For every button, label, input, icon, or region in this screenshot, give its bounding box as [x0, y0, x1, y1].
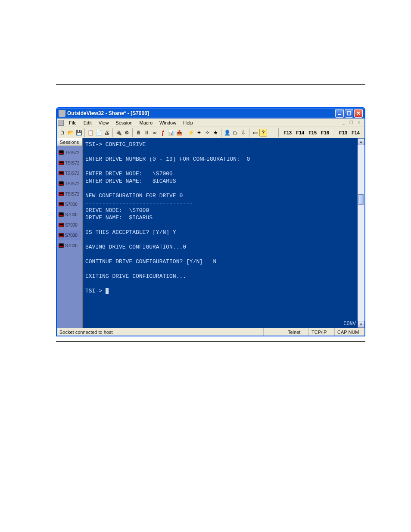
- fkey-button[interactable]: F13: [338, 130, 349, 135]
- session-tab-label: S7000: [65, 212, 78, 217]
- hotkey2-icon[interactable]: ✦: [195, 129, 203, 137]
- fkey-group-left: F13 F14 F15 F16: [280, 130, 332, 135]
- svg-rect-0: [338, 114, 341, 115]
- hotkey1-icon[interactable]: ⚡: [187, 129, 195, 137]
- terminal-cursor: [106, 288, 109, 294]
- paste-icon[interactable]: 📄: [95, 129, 103, 137]
- toolbar: 🗋 📂 💾 📋 📄 🖨 🔌 ⚙ 🖥 ⏸ ∞ ƒ 📊 📤 ⚡ ✦ ✧ ★ 👤 🗀 …: [57, 127, 364, 138]
- menu-window[interactable]: Window: [156, 119, 180, 126]
- sessions-sidebar: Sessions TSIS72TSIS72TSIS72TSIS72TSIS72S…: [57, 138, 83, 328]
- terminal-icon: [59, 150, 64, 155]
- application-window: OutsideView32 - Shane* - [S7000] File Ed…: [56, 107, 365, 336]
- toolbar-separator: [132, 128, 133, 137]
- status-bar: Socket connected to host Telnet TCP/IP C…: [57, 328, 364, 336]
- terminal-icon: [59, 212, 64, 217]
- print-icon[interactable]: 🖨: [103, 129, 111, 137]
- binary-icon[interactable]: ∞: [151, 129, 159, 137]
- fkey-button[interactable]: F15: [307, 130, 318, 135]
- script-icon[interactable]: ƒ: [159, 129, 167, 137]
- session-tab[interactable]: TSIS72: [58, 148, 81, 157]
- toolbar-separator: [249, 128, 249, 137]
- fkey-button[interactable]: F13: [282, 130, 293, 135]
- close-button[interactable]: [354, 109, 363, 118]
- session-tab[interactable]: S7000: [58, 220, 81, 230]
- new-icon[interactable]: 🗋: [59, 129, 66, 137]
- terminal-icon: [59, 161, 64, 165]
- help-icon[interactable]: ?: [259, 129, 267, 137]
- hotkey3-icon[interactable]: ✧: [203, 129, 211, 137]
- session-tab[interactable]: TSIS72: [58, 158, 81, 168]
- session-tab-label: TSIS72: [65, 192, 79, 196]
- folder-icon[interactable]: 🗀: [231, 129, 239, 137]
- title-bar[interactable]: OutsideView32 - Shane* - [S7000]: [57, 108, 364, 118]
- menu-file[interactable]: File: [65, 119, 80, 126]
- toolbar-separator: [278, 128, 279, 137]
- session-tab[interactable]: TSIS72: [58, 179, 81, 188]
- mdi-minimize-button[interactable]: _: [340, 120, 346, 125]
- terminal-icon: [59, 233, 64, 237]
- connect-icon[interactable]: 🔌: [115, 129, 122, 137]
- toolbar-separator: [221, 128, 221, 137]
- app-icon: [59, 110, 65, 117]
- minimize-button[interactable]: [335, 109, 344, 118]
- send-icon[interactable]: 📤: [175, 129, 183, 137]
- menu-session[interactable]: Session: [112, 119, 136, 126]
- terminal-icon: [59, 223, 64, 227]
- status-empty: [263, 328, 285, 336]
- svg-rect-1: [347, 112, 351, 115]
- mdi-window-controls: _ ❐ ×: [340, 120, 364, 125]
- fkey-button[interactable]: F14: [295, 130, 305, 135]
- window-icon[interactable]: ▭: [251, 129, 259, 137]
- menu-help[interactable]: Help: [180, 119, 196, 126]
- page-divider-bottom: [56, 341, 365, 342]
- terminal-icon: [59, 181, 64, 186]
- scroll-up-icon[interactable]: ▲: [358, 138, 364, 145]
- page-divider-top: [56, 84, 365, 85]
- config-icon[interactable]: ⚙: [123, 129, 131, 137]
- save-icon[interactable]: 💾: [75, 129, 83, 137]
- mdi-close-button[interactable]: ×: [356, 120, 362, 125]
- download-icon[interactable]: ⇩: [240, 129, 247, 137]
- mdi-restore-button[interactable]: ❐: [348, 120, 354, 125]
- open-icon[interactable]: 📂: [67, 129, 75, 137]
- terminal-icon: [59, 202, 64, 206]
- status-message: Socket connected to host: [57, 328, 115, 336]
- terminal[interactable]: TSI-> CONFIG_DRIVE ENTER DRIVE NUMBER (0…: [83, 138, 358, 328]
- sidebar-header[interactable]: Sessions: [57, 138, 82, 146]
- scroll-down-icon[interactable]: ▼: [358, 321, 364, 328]
- status-connection-type: Telnet: [285, 328, 308, 336]
- user-icon[interactable]: 👤: [223, 129, 231, 137]
- toolbar-separator: [84, 128, 85, 137]
- toolbar-separator: [185, 128, 185, 137]
- scrollbar-track[interactable]: [358, 145, 364, 321]
- session-tab[interactable]: S7000: [58, 241, 81, 250]
- hotkey4-icon[interactable]: ★: [212, 129, 219, 137]
- chart-icon[interactable]: 📊: [167, 129, 175, 137]
- terminal-area: TSI-> CONFIG_DRIVE ENTER DRIVE NUMBER (0…: [83, 138, 364, 328]
- session-tab[interactable]: S7000: [58, 210, 81, 219]
- copy-icon[interactable]: 📋: [87, 129, 94, 137]
- vertical-scrollbar[interactable]: ▲ ▼: [358, 138, 364, 328]
- session-tab[interactable]: S7000: [58, 230, 81, 240]
- terminal-icon: [59, 192, 64, 196]
- session-tab[interactable]: TSIS72: [58, 168, 81, 178]
- window-title: OutsideView32 - Shane* - [S7000]: [67, 110, 334, 116]
- menu-macro[interactable]: Macro: [136, 119, 156, 126]
- menu-edit[interactable]: Edit: [80, 119, 95, 126]
- mdi-icon[interactable]: [58, 120, 64, 126]
- fkey-group-right: F13 F14: [336, 130, 363, 135]
- fkey-button[interactable]: F14: [350, 130, 361, 135]
- toolbar-separator: [334, 128, 334, 137]
- menu-view[interactable]: View: [95, 119, 112, 126]
- status-protocol: TCP/IP: [308, 328, 334, 336]
- screen-icon[interactable]: 🖥: [134, 129, 142, 137]
- session-tab-label: TSIS72: [65, 171, 79, 176]
- maximize-button[interactable]: [345, 109, 353, 118]
- pause-icon[interactable]: ⏸: [143, 129, 150, 137]
- fkey-button[interactable]: F16: [320, 130, 330, 135]
- terminal-mode-indicator: CONV: [343, 321, 356, 327]
- session-tab-label: TSIS72: [65, 150, 79, 155]
- session-tab[interactable]: S7000: [58, 199, 81, 209]
- session-tab[interactable]: TSIS72: [58, 189, 81, 199]
- scrollbar-thumb[interactable]: [358, 194, 364, 205]
